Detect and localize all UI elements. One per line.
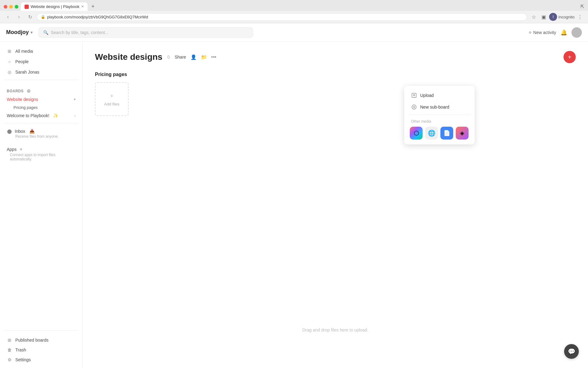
new-tab-button[interactable]: +	[89, 3, 97, 10]
app-logo[interactable]: Moodjoy ▾	[6, 29, 32, 36]
back-button[interactable]: ‹	[4, 13, 12, 21]
active-tab[interactable]: Website designs | Playbook ✕	[21, 2, 88, 11]
apps-section: Apps + Connect apps to import files auto…	[4, 144, 79, 166]
sidebar-item-published-boards[interactable]: ⊞ Published boards	[4, 335, 79, 345]
close-dot[interactable]	[4, 5, 7, 9]
tab-bar: Website designs | Playbook ✕ +	[21, 2, 578, 11]
website-designs-label: Website designs	[7, 97, 38, 102]
apple-photos-icon[interactable]: 🌐	[425, 127, 438, 140]
app-header: Moodjoy ▾ 🔍 Search by title, tags, conte…	[0, 23, 588, 42]
add-button[interactable]: +	[564, 51, 576, 63]
incognito-label: Incognito	[558, 15, 575, 19]
inbox-header[interactable]: ⬤ Inbox 📥	[7, 129, 76, 134]
reload-button[interactable]: ↻	[26, 13, 34, 21]
content-header: Website designs 0 Share 👤 📁 ••• +	[95, 51, 576, 63]
boards-section-header: Boards ⊕	[4, 87, 79, 95]
search-bar[interactable]: 🔍 Search by title, tags, content...	[39, 27, 253, 38]
board-chevron-icon: ▾	[74, 97, 76, 102]
tab-favicon-icon	[24, 5, 29, 9]
activity-dot-icon	[529, 31, 531, 34]
published-icon: ⊞	[7, 338, 12, 343]
figma-icon[interactable]: ⬡	[410, 127, 423, 140]
notifications-button[interactable]: 🔔	[560, 29, 567, 36]
sidebar-item-sarah-jonas[interactable]: ◎ Sarah Jonas	[4, 67, 79, 77]
browser-expand-icon[interactable]: ⇱	[580, 4, 584, 10]
content-count: 0	[167, 55, 170, 59]
all-media-label: All media	[15, 49, 33, 54]
new-subboard-label: New sub-board	[420, 105, 449, 109]
tab-title: Website designs | Playbook	[31, 4, 79, 9]
welcome-label: Welcome to Playbook!	[7, 113, 49, 118]
sidebar-item-trash[interactable]: 🗑 Trash	[4, 345, 79, 355]
add-dropdown-menu: Upload New sub-board Other media ⬡ 🌐 📄 ◈	[404, 86, 475, 144]
inbox-icon: ⬤	[7, 129, 12, 134]
figma-logo: ⬡	[414, 129, 419, 137]
logo-text: Moodjoy	[6, 29, 29, 36]
more-button[interactable]: ⋮	[576, 13, 584, 21]
chat-bubble-button[interactable]: 💬	[564, 344, 579, 359]
sidebar-item-all-media[interactable]: ⊞ All media	[4, 47, 79, 56]
add-file-card[interactable]: + Add files	[95, 82, 129, 116]
settings-label: Settings	[15, 357, 31, 362]
sidebar-bottom: ⊞ Published boards 🗑 Trash ⚙ Settings	[4, 330, 79, 364]
maximize-dot[interactable]	[15, 5, 18, 9]
bookmark-button[interactable]: ☆	[530, 13, 538, 21]
published-boards-label: Published boards	[15, 338, 48, 343]
settings-icon: ⚙	[7, 357, 12, 362]
tab-close-button[interactable]: ✕	[81, 5, 84, 9]
app: Moodjoy ▾ 🔍 Search by title, tags, conte…	[0, 23, 588, 368]
folder-action-icon[interactable]: 📁	[201, 54, 207, 60]
new-activity-label: New activity	[533, 30, 556, 35]
boards-section: Boards ⊕ Website designs ▾ Pricing pages…	[4, 87, 79, 120]
main-layout: ⊞ All media ○ People ◎ Sarah Jonas Board…	[0, 42, 588, 368]
new-subboard-option[interactable]: New sub-board	[408, 101, 471, 113]
files-grid: + Add files	[95, 82, 576, 116]
profiles-button[interactable]: ▣	[539, 13, 548, 21]
apps-header[interactable]: Apps +	[7, 147, 76, 152]
lock-icon: 🔒	[41, 15, 45, 19]
pricing-pages-label: Pricing pages	[13, 105, 38, 110]
upload-label: Upload	[420, 93, 434, 98]
person-action-icon[interactable]: 👤	[190, 54, 197, 60]
upload-option[interactable]: Upload	[408, 90, 471, 101]
sidebar-item-settings[interactable]: ⚙ Settings	[4, 355, 79, 364]
user-avatar[interactable]	[571, 27, 582, 38]
sidebar-item-welcome[interactable]: Welcome to Playbook! ✨ ›	[4, 111, 79, 120]
inbox-section: ⬤ Inbox 📥 Receive files from anyone.	[4, 126, 79, 143]
browser-user-avatar[interactable]: I	[549, 13, 557, 21]
content-actions: Share 👤 📁 •••	[175, 54, 216, 60]
figma-multi-logo: ◈	[460, 130, 464, 136]
other-media-label: Other media	[408, 117, 471, 125]
add-plus-icon: +	[110, 92, 114, 100]
share-label: Share	[175, 55, 186, 59]
boards-label: Boards	[7, 89, 24, 93]
new-subboard-icon	[411, 104, 417, 110]
apps-add-button[interactable]: +	[20, 147, 22, 152]
minimize-dot[interactable]	[9, 5, 13, 9]
window-controls	[4, 5, 18, 9]
google-docs-icon[interactable]: 📄	[440, 127, 453, 140]
board-item-main: Website designs	[7, 97, 74, 102]
browser-titlebar: Website designs | Playbook ✕ + ⇱	[0, 0, 588, 11]
sidebar-item-people[interactable]: ○ People	[4, 57, 79, 66]
photos-logo: 🌐	[428, 129, 435, 137]
search-placeholder-text: Search by title, tags, content...	[51, 30, 108, 35]
trash-label: Trash	[15, 347, 26, 352]
boards-add-button[interactable]: ⊕	[27, 88, 31, 94]
more-options-button[interactable]: •••	[211, 54, 217, 60]
header-right: New activity 🔔	[529, 27, 582, 38]
forward-button[interactable]: ›	[15, 13, 23, 21]
inbox-sub-text: Receive files from anyone.	[7, 134, 76, 140]
welcome-chevron-icon: ›	[74, 113, 76, 118]
address-bar[interactable]: 🔒 playbook.com/moodjoy/zbVbG9QhGG7G8xE6Q…	[37, 13, 527, 21]
browser-toolbar: ‹ › ↻ 🔒 playbook.com/moodjoy/zbVbG9QhGG7…	[0, 11, 588, 23]
share-button[interactable]: Share	[175, 55, 186, 59]
address-text: playbook.com/moodjoy/zbVbG9QhGG7G8xE6Q7M…	[47, 15, 148, 19]
sidebar-item-pricing-pages[interactable]: Pricing pages	[4, 104, 79, 111]
add-files-label: Add files	[104, 102, 119, 106]
new-activity-button[interactable]: New activity	[529, 30, 556, 35]
search-icon: 🔍	[43, 30, 48, 35]
content-area: Website designs 0 Share 👤 📁 ••• + Pricin…	[83, 42, 588, 368]
sidebar-item-website-designs[interactable]: Website designs ▾	[4, 95, 79, 104]
figma-multi-icon[interactable]: ◈	[456, 127, 469, 140]
